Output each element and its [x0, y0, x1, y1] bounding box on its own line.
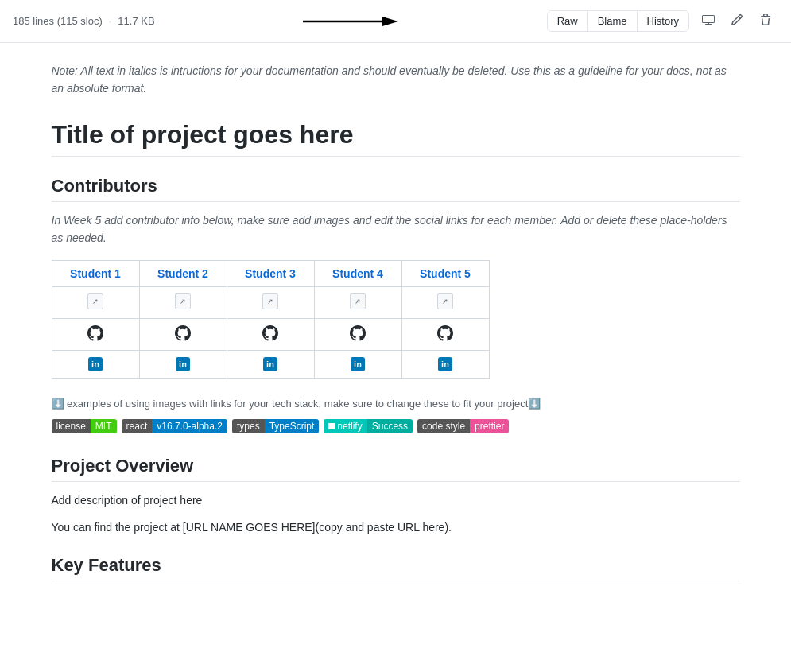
contributors-table: Student 1 Student 2 Student 3 Student 4 …: [52, 260, 490, 379]
student-5-github-cell: [401, 318, 489, 350]
key-features-heading: Key Features: [52, 555, 740, 581]
netlify-badge: netlify Success: [324, 419, 413, 433]
student-3-linkedin-cell: in: [227, 350, 314, 378]
codestyle-badge-left: code style: [417, 419, 470, 433]
license-badge: license MIT: [52, 419, 117, 433]
types-badge-right: TypeScript: [265, 419, 320, 433]
github-icon-5: [437, 325, 453, 341]
github-icon-4: [350, 325, 366, 341]
student-5-image-cell: [401, 286, 489, 318]
student-2-image: [175, 293, 191, 309]
file-size: 11.7 KB: [118, 15, 154, 27]
tech-stack-text: ⬇️ examples of using images with links f…: [52, 398, 541, 410]
license-badge-right: MIT: [91, 419, 117, 433]
types-badge-left: types: [232, 419, 265, 433]
file-actions-group: Raw Blame History: [547, 10, 689, 32]
student-2-github-cell: [139, 318, 227, 350]
toolbar-icons: [696, 10, 778, 33]
table-row-github: [52, 318, 489, 350]
svg-marker-1: [382, 17, 398, 26]
linkedin-icon-2[interactable]: in: [176, 357, 190, 371]
file-lines: 185 lines (115 sloc): [13, 15, 103, 27]
arrow-area: [155, 12, 547, 31]
student-1-header: Student 1: [52, 260, 139, 286]
instructions-note: Note: All text in italics is intructions…: [52, 62, 740, 98]
student-3-image: [262, 293, 278, 309]
student-2-linkedin-cell: in: [139, 350, 227, 378]
raw-button[interactable]: Raw: [548, 11, 588, 31]
student-4-image: [350, 293, 366, 309]
tech-stack-line: ⬇️ examples of using images with links f…: [52, 398, 740, 410]
trash-icon: [759, 14, 772, 26]
student-3-header: Student 3: [227, 260, 314, 286]
student-2-header: Student 2: [139, 260, 227, 286]
student-1-linkedin-cell: in: [52, 350, 139, 378]
types-badge: types TypeScript: [232, 419, 319, 433]
edit-icon-button[interactable]: [724, 10, 750, 33]
student-4-header: Student 4: [314, 260, 401, 286]
desktop-icon-button[interactable]: [696, 10, 721, 33]
delete-icon-button[interactable]: [753, 10, 778, 33]
student-3-github-cell: [227, 318, 314, 350]
student-1-image-cell: [52, 286, 139, 318]
student-1-github-cell: [52, 318, 139, 350]
linkedin-icon-5[interactable]: in: [438, 357, 452, 371]
contributors-heading: Contributors: [52, 176, 740, 202]
table-row-linkedin: in in in in in: [52, 350, 489, 378]
pencil-icon: [731, 14, 743, 26]
student-5-image: [437, 293, 453, 309]
desktop-icon: [702, 14, 715, 26]
history-button[interactable]: History: [638, 11, 688, 31]
github-icon-2: [175, 325, 191, 341]
table-header-row: Student 1 Student 2 Student 3 Student 4 …: [52, 260, 489, 286]
toolbar: 185 lines (115 sloc) · 11.7 KB Raw Blame…: [0, 0, 791, 43]
github-icon-1: [87, 325, 103, 341]
student-2-image-cell: [139, 286, 227, 318]
table-row-images: [52, 286, 489, 318]
student-4-image-cell: [314, 286, 401, 318]
student-3-image-cell: [227, 286, 314, 318]
project-desc-1: Add description of project here: [52, 491, 740, 509]
student-4-linkedin-cell: in: [314, 350, 401, 378]
react-badge-left: react: [122, 419, 153, 433]
project-title: Title of project goes here: [52, 120, 740, 157]
file-meta: 185 lines (115 sloc) · 11.7 KB: [13, 15, 155, 27]
arrow-icon: [303, 12, 398, 31]
codestyle-badge-right: prettier: [470, 419, 509, 433]
student-5-header: Student 5: [401, 260, 489, 286]
blame-button[interactable]: Blame: [588, 11, 638, 31]
project-desc-2: You can find the project at [URL NAME GO…: [52, 519, 740, 536]
netlify-dot: [328, 423, 335, 429]
netlify-badge-left: netlify: [324, 419, 366, 433]
badges-area: license MIT react v16.7.0-alpha.2 types …: [52, 419, 740, 433]
contributors-note: In Week 5 add contributor info below, ma…: [52, 212, 740, 247]
separator: ·: [109, 15, 112, 27]
react-badge-right: v16.7.0-alpha.2: [152, 419, 227, 433]
netlify-badge-right: Success: [367, 419, 413, 433]
project-overview-heading: Project Overview: [52, 456, 740, 482]
codestyle-badge: code style prettier: [417, 419, 509, 433]
main-content: Note: All text in italics is intructions…: [26, 43, 766, 600]
license-badge-left: license: [52, 419, 91, 433]
linkedin-icon-1[interactable]: in: [88, 357, 103, 371]
react-badge: react v16.7.0-alpha.2: [122, 419, 227, 433]
linkedin-icon-4[interactable]: in: [351, 357, 365, 371]
github-icon-3: [262, 325, 278, 341]
student-1-image: [87, 293, 103, 309]
linkedin-icon-3[interactable]: in: [263, 357, 277, 371]
student-4-github-cell: [314, 318, 401, 350]
student-5-linkedin-cell: in: [401, 350, 489, 378]
